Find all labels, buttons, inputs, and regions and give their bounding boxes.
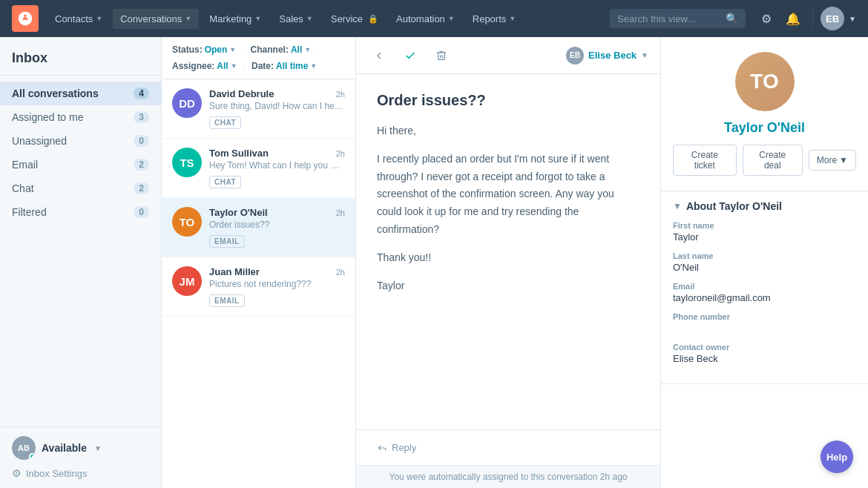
sidebar-item-unassigned[interactable]: Unassigned 0 bbox=[0, 129, 161, 153]
collapse-icon: ▼ bbox=[673, 201, 682, 211]
assignee-avatar: EB bbox=[566, 47, 584, 65]
hubspot-logo[interactable] bbox=[12, 5, 39, 32]
conv-name: David Debrule bbox=[209, 88, 274, 99]
email-line-1: Hi there, bbox=[377, 122, 640, 140]
conv-tag: EMAIL bbox=[209, 235, 245, 248]
sidebar: Inbox All conversations 4 Assigned to me… bbox=[0, 37, 162, 488]
sidebar-item-all-conversations[interactable]: All conversations 4 bbox=[0, 82, 161, 105]
filter-divider: · bbox=[242, 44, 244, 55]
contact-name[interactable]: Taylor O'Neil bbox=[673, 120, 856, 136]
chevron-down-icon: ▼ bbox=[448, 15, 455, 22]
sidebar-item-label: Chat bbox=[12, 182, 134, 194]
filter-channel[interactable]: Channel: All ▼ bbox=[251, 44, 312, 55]
avatar: DD bbox=[172, 88, 202, 118]
email-subject: Order issues?? bbox=[377, 92, 640, 109]
section-title: About Taylor O'Neil bbox=[686, 200, 782, 212]
reply-button[interactable]: Reply bbox=[371, 438, 645, 458]
main-container: Inbox All conversations 4 Assigned to me… bbox=[0, 37, 868, 488]
sidebar-item-count: 3 bbox=[134, 111, 149, 123]
chevron-down-icon: ▼ bbox=[229, 46, 236, 53]
conv-tag: CHAT bbox=[209, 176, 241, 188]
conv-time: 2h bbox=[336, 208, 345, 217]
contact-avatar: TO bbox=[735, 52, 795, 111]
contact-header: TO Taylor O'Neil Create ticket Create de… bbox=[661, 37, 868, 191]
chevron-down-icon: ▼ bbox=[839, 155, 848, 165]
conv-name: Tom Sullivan bbox=[209, 148, 269, 159]
field-label: First name bbox=[673, 221, 856, 230]
sidebar-item-assigned[interactable]: Assigned to me 3 bbox=[0, 105, 161, 129]
sidebar-item-chat[interactable]: Chat 2 bbox=[0, 177, 161, 200]
help-button[interactable]: Help bbox=[821, 441, 853, 473]
avatar: JM bbox=[172, 266, 202, 296]
conv-item-david[interactable]: DD David Debrule 2h Sure thing, David! H… bbox=[162, 79, 355, 139]
status-dot bbox=[29, 453, 36, 460]
sidebar-item-label: Email bbox=[12, 159, 134, 171]
filter-status[interactable]: Status: Open ▼ bbox=[172, 44, 236, 55]
inbox-settings-link[interactable]: ⚙ Inbox Settings bbox=[12, 467, 149, 479]
nav-conversations[interactable]: Conversations ▼ bbox=[113, 9, 199, 29]
user-avatar[interactable]: EB bbox=[821, 7, 844, 30]
about-section-header[interactable]: ▼ About Taylor O'Neil bbox=[661, 191, 868, 221]
field-value: O'Neil bbox=[673, 262, 856, 273]
conv-preview: Order issues?? bbox=[209, 220, 345, 230]
conv-filters: Status: Open ▼ · Channel: All ▼ · Assign… bbox=[162, 37, 355, 79]
chevron-down-icon: ▼ bbox=[641, 51, 648, 59]
email-line-4: Taylor bbox=[377, 277, 640, 295]
nav-sales[interactable]: Sales ▼ bbox=[272, 9, 320, 29]
check-button[interactable] bbox=[399, 44, 421, 67]
field-owner: Contact owner Elise Beck bbox=[673, 343, 856, 364]
email-body-area: Order issues?? Hi there, I recently plac… bbox=[356, 74, 660, 429]
sidebar-item-label: Unassigned bbox=[12, 135, 134, 147]
avatar: TO bbox=[172, 207, 202, 237]
field-value bbox=[673, 323, 856, 334]
field-label: Phone number bbox=[673, 312, 856, 321]
nav-automation[interactable]: Automation ▼ bbox=[389, 9, 462, 29]
conv-name: Juan Miller bbox=[209, 266, 260, 277]
sidebar-item-email[interactable]: Email 2 bbox=[0, 153, 161, 177]
field-phone: Phone number bbox=[673, 312, 856, 334]
chevron-down-icon: ▼ bbox=[254, 15, 261, 22]
gear-icon: ⚙ bbox=[12, 467, 22, 479]
create-deal-button[interactable]: Create deal bbox=[743, 145, 803, 176]
sidebar-item-filtered[interactable]: Filtered 0 bbox=[0, 200, 161, 224]
sidebar-item-count: 4 bbox=[134, 88, 149, 99]
field-last-name: Last name O'Neil bbox=[673, 251, 856, 273]
nav-marketing[interactable]: Marketing ▼ bbox=[202, 9, 269, 29]
auto-assign-notice: You were automatically assigned to this … bbox=[356, 465, 660, 488]
delete-button[interactable] bbox=[430, 44, 453, 67]
field-email: Email tayloroneil@gmail.com bbox=[673, 282, 856, 303]
sidebar-item-count: 2 bbox=[134, 182, 149, 194]
settings-icon[interactable]: ⚙ bbox=[754, 7, 778, 30]
conv-preview: Hey Tom! What can I help you with? bbox=[209, 160, 345, 171]
conv-item-taylor[interactable]: TO Taylor O'Neil 2h Order issues?? EMAIL bbox=[162, 198, 355, 257]
sidebar-item-count: 0 bbox=[134, 135, 149, 147]
conv-item-juan[interactable]: JM Juan Miller 2h Pictures not rendering… bbox=[162, 257, 355, 317]
search-icon: 🔍 bbox=[726, 13, 738, 24]
field-label: Last name bbox=[673, 251, 856, 260]
nav-contacts[interactable]: Contacts ▼ bbox=[47, 9, 110, 29]
assignee-selector[interactable]: EB Elise Beck ▼ bbox=[566, 47, 648, 65]
conversation-list: Status: Open ▼ · Channel: All ▼ · Assign… bbox=[162, 37, 356, 488]
conv-item-tom[interactable]: TS Tom Sullivan 2h Hey Tom! What can I h… bbox=[162, 139, 355, 198]
more-actions-button[interactable]: More ▼ bbox=[809, 150, 856, 171]
sidebar-item-count: 2 bbox=[134, 159, 149, 171]
filter-date[interactable]: Date: All time ▼ bbox=[251, 61, 317, 71]
search-input[interactable] bbox=[617, 13, 721, 24]
notifications-icon[interactable]: 🔔 bbox=[781, 7, 805, 30]
chevron-down-icon[interactable]: ▼ bbox=[849, 15, 856, 23]
lock-icon: 🔒 bbox=[368, 14, 378, 24]
chevron-down-icon: ▼ bbox=[185, 15, 191, 22]
assignee-name: Elise Beck bbox=[588, 50, 637, 61]
filter-assignee[interactable]: Assignee: All ▼ bbox=[172, 61, 237, 71]
chevron-down-icon: ▼ bbox=[94, 444, 102, 452]
nav-service[interactable]: Service 🔒 bbox=[323, 9, 386, 29]
user-status[interactable]: AB Available ▼ bbox=[12, 436, 149, 460]
top-navigation: Contacts ▼ Conversations ▼ Marketing ▼ S… bbox=[0, 0, 868, 37]
conv-preview: Sure thing, David! How can I help? bbox=[209, 101, 345, 111]
create-ticket-button[interactable]: Create ticket bbox=[673, 145, 737, 176]
nav-divider bbox=[812, 8, 813, 29]
nav-reports[interactable]: Reports ▼ bbox=[465, 9, 523, 29]
chevron-down-icon: ▼ bbox=[304, 46, 311, 53]
email-line-3: Thank you!! bbox=[377, 249, 640, 267]
back-button[interactable] bbox=[368, 44, 390, 67]
